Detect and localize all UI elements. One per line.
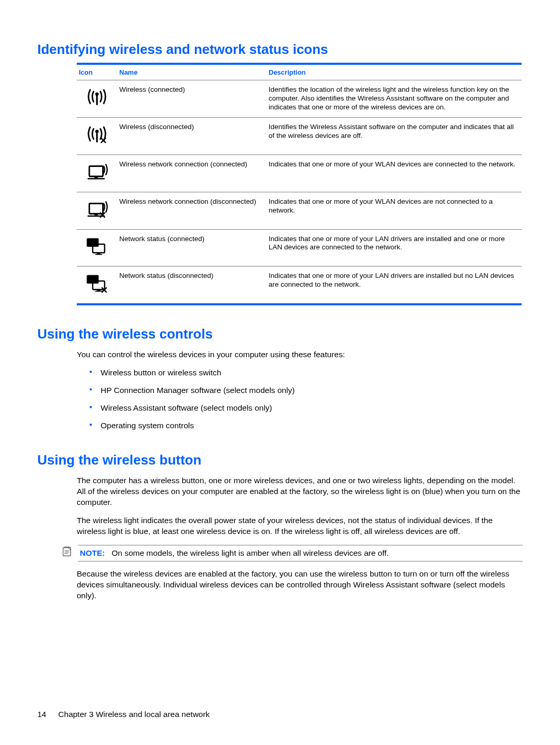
page-number: 14 xyxy=(37,710,56,719)
wireless-connected-icon xyxy=(77,80,117,118)
th-name: Name xyxy=(117,64,267,80)
wlan-connected-icon xyxy=(77,154,117,192)
svg-rect-13 xyxy=(66,546,67,549)
table-row: Wireless (connected) Identifies the loca… xyxy=(77,80,522,118)
row-desc: Indicates that one or more of your LAN d… xyxy=(267,229,522,266)
controls-list: Wireless button or wireless switch HP Co… xyxy=(89,368,523,431)
th-icon: Icon xyxy=(77,64,117,80)
wireless-disconnected-icon xyxy=(77,117,117,154)
heading-identify-icons: Identifying wireless and network status … xyxy=(37,41,523,58)
note-icon xyxy=(61,546,73,557)
heading-wireless-controls: Using the wireless controls xyxy=(37,326,523,342)
lan-connected-icon xyxy=(77,229,117,266)
row-name: Network status (connected) xyxy=(117,229,267,266)
row-desc: Identifies the Wireless Assistant softwa… xyxy=(267,117,522,154)
document-page: Identifying wireless and network status … xyxy=(0,0,560,745)
row-desc: Indicates that one or more of your WLAN … xyxy=(267,192,522,229)
row-name: Wireless network connection (connected) xyxy=(117,154,267,192)
button-paragraph-1: The computer has a wireless button, one … xyxy=(77,475,523,508)
row-desc: Indicates that one or more of your WLAN … xyxy=(267,154,522,192)
page-footer: 14 Chapter 3 Wireless and local area net… xyxy=(37,710,209,719)
button-paragraph-2: The wireless light indicates the overall… xyxy=(77,515,523,537)
row-desc: Identifies the location of the wireless … xyxy=(267,80,522,118)
button-paragraph-3: Because the wireless devices are enabled… xyxy=(77,569,523,601)
row-desc: Indicates that one or more of your LAN d… xyxy=(267,266,522,304)
table-row: Wireless network connection (disconnecte… xyxy=(77,192,522,229)
row-name: Wireless (connected) xyxy=(117,80,267,118)
chapter-label: Chapter 3 Wireless and local area networ… xyxy=(58,710,209,719)
note-label: NOTE: xyxy=(80,549,105,557)
row-name: Wireless network connection (disconnecte… xyxy=(117,192,267,229)
table-row: Wireless (disconnected) Identifies the W… xyxy=(77,117,522,154)
wlan-disconnected-icon xyxy=(77,192,117,229)
table-row: Network status (disconnected) Indicates … xyxy=(77,266,522,304)
list-item: Operating system controls xyxy=(89,420,523,431)
lan-disconnected-icon xyxy=(77,266,117,304)
table-row: Network status (connected) Indicates tha… xyxy=(77,229,522,266)
heading-wireless-button: Using the wireless button xyxy=(37,452,523,468)
note-block: NOTE: On some models, the wireless light… xyxy=(61,545,523,561)
row-name: Network status (disconnected) xyxy=(117,266,267,304)
icons-table: Icon Name Description Wireless (connecte… xyxy=(77,63,522,305)
controls-intro: You can control the wireless devices in … xyxy=(77,349,523,360)
note-text: On some models, the wireless light is am… xyxy=(111,549,389,557)
table-row: Wireless network connection (connected) … xyxy=(77,154,522,192)
list-item: Wireless button or wireless switch xyxy=(89,368,523,378)
list-item: Wireless Assistant software (select mode… xyxy=(89,403,523,414)
list-item: HP Connection Manager software (select m… xyxy=(89,385,523,396)
row-name: Wireless (disconnected) xyxy=(117,117,267,154)
th-desc: Description xyxy=(267,64,522,80)
svg-rect-12 xyxy=(64,546,65,549)
